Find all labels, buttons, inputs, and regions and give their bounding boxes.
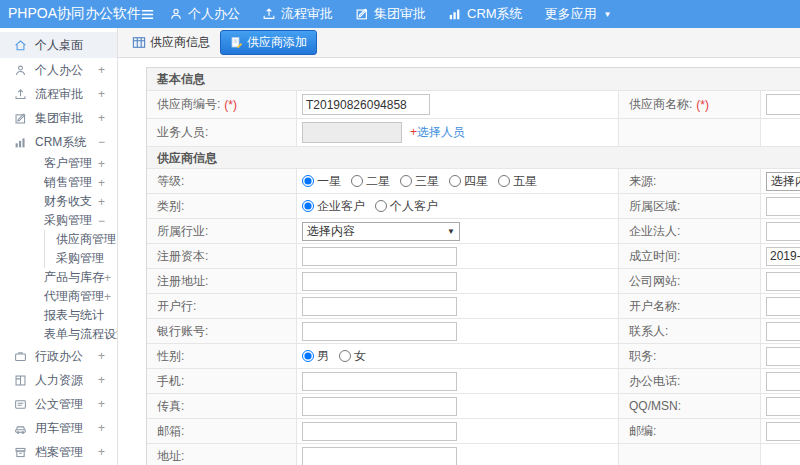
email-input[interactable] <box>302 422 457 441</box>
required-marker: (*) <box>224 98 237 112</box>
form-row: 手机: 办公电话: <box>147 368 800 393</box>
source-select[interactable]: 选择内容▼ <box>766 172 800 191</box>
level-radio[interactable] <box>400 175 412 187</box>
sidebar-item-purchase-mgmt[interactable]: 采购管理 − <box>0 211 117 230</box>
sales-staff-input[interactable] <box>302 122 402 143</box>
sidebar-item-group-approval[interactable]: 集团审批 + <box>0 106 117 130</box>
legal-person-input[interactable] <box>766 222 800 241</box>
select-staff-link[interactable]: 选择人员 <box>417 125 465 139</box>
doc-icon <box>14 398 27 411</box>
job-title-input[interactable] <box>766 347 800 366</box>
supplier-code-input[interactable] <box>302 94 430 115</box>
level-radio[interactable] <box>498 175 510 187</box>
sidebar-item-sales-mgmt[interactable]: 销售管理 + <box>0 173 117 192</box>
form-row: 注册地址: 公司网站: <box>147 268 800 293</box>
fax-input[interactable] <box>302 397 457 416</box>
sidebar-item-product-inventory[interactable]: 产品与库存 + <box>0 268 117 287</box>
industry-select[interactable]: 选择内容▼ <box>302 222 460 241</box>
level-radio[interactable] <box>351 175 363 187</box>
category-radio[interactable] <box>302 200 314 212</box>
sidebar-item-archive-mgmt[interactable]: 档案管理 + <box>0 440 117 464</box>
bank-account-input[interactable] <box>302 322 457 341</box>
topnav-group-approval[interactable]: 集团审批 <box>355 5 426 23</box>
sidebar-item-personal-office[interactable]: 个人办公 + <box>0 58 117 82</box>
account-name-input[interactable] <box>766 297 800 316</box>
sidebar-item-hr[interactable]: 人力资源 + <box>0 368 117 392</box>
tab-supplier-add[interactable]: 供应商添加 <box>220 30 317 55</box>
contact-input[interactable] <box>766 322 800 341</box>
topnav-workflow-approval[interactable]: 流程审批 <box>262 5 333 23</box>
qq-msn-input[interactable] <box>766 397 800 416</box>
gender-radio[interactable] <box>302 350 314 362</box>
tab-supplier-info[interactable]: 供应商信息 <box>132 34 210 51</box>
archive-icon <box>14 446 27 459</box>
form-row: 业务人员: +选择人员 <box>147 118 800 146</box>
fax-label: 传真: <box>147 394 297 418</box>
category-radio-group: 企业客户 个人客户 <box>297 194 619 218</box>
account-name-label: 开户名称: <box>619 294 761 318</box>
address-input[interactable] <box>302 447 457 465</box>
sidebar-item-purchase-mgmt-sub[interactable]: 采购管理 <box>0 249 117 268</box>
registered-capital-input[interactable] <box>302 247 457 266</box>
edit-icon <box>355 7 369 21</box>
chart-icon <box>14 136 27 149</box>
registered-address-input[interactable] <box>302 272 457 291</box>
home-icon <box>14 39 27 52</box>
topnav-more-apps[interactable]: 更多应用 ▼ <box>545 5 612 23</box>
sidebar-item-document-mgmt[interactable]: 公文管理 + <box>0 392 117 416</box>
legal-person-label: 企业法人: <box>619 219 761 243</box>
sidebar-item-crm-system[interactable]: CRM系统 − <box>0 130 117 154</box>
form-row: 邮箱: 邮编: <box>147 418 800 443</box>
office-phone-input[interactable] <box>766 372 800 391</box>
sidebar-item-supplier-mgmt[interactable]: 供应商管理 <box>0 230 117 249</box>
plus-sign: + <box>410 125 417 139</box>
table-icon <box>132 36 146 49</box>
mobile-input[interactable] <box>302 372 457 391</box>
section-title-supplier-info: 供应商信息 <box>147 146 800 168</box>
office-phone-label: 办公电话: <box>619 369 761 393</box>
topnav-personal-office[interactable]: 个人办公 <box>169 5 240 23</box>
industry-label: 所属行业: <box>147 219 297 243</box>
edit-icon <box>14 112 27 125</box>
supplier-form: 基本信息 供应商编号:(*) 供应商名称:(*) <box>146 67 800 465</box>
upload-icon <box>262 7 276 21</box>
topnav-crm-system[interactable]: CRM系统 <box>448 5 523 23</box>
sidebar-item-customer-mgmt[interactable]: 客户管理 + <box>0 154 117 173</box>
gender-radio[interactable] <box>339 350 351 362</box>
category-radio[interactable] <box>375 200 387 212</box>
level-radio[interactable] <box>449 175 461 187</box>
caret-down-icon: ▼ <box>604 10 612 19</box>
founded-date-input[interactable] <box>766 247 800 266</box>
founded-date-label: 成立时间: <box>619 244 761 268</box>
app-logo[interactable]: PHPOA协同办公软件 <box>0 5 130 23</box>
sidebar-item-form-workflow-settings[interactable]: 表单与流程设置 + <box>0 325 117 344</box>
sidebar-item-admin-office[interactable]: 行政办公 + <box>0 344 117 368</box>
zip-input[interactable] <box>766 422 800 441</box>
tab-bar: 供应商信息 供应商添加 <box>118 28 800 58</box>
registered-address-label: 注册地址: <box>147 269 297 293</box>
sidebar-item-agent-mgmt[interactable]: 代理商管理 + <box>0 287 117 306</box>
briefcase-icon <box>14 350 27 363</box>
topbar: PHPOA协同办公软件 个人办公 流程审批 集团审批 CRM系统 更多应用 ▼ <box>0 0 800 28</box>
sidebar-item-reports-stats[interactable]: 报表与统计 <box>0 306 117 325</box>
company-website-input[interactable] <box>766 272 800 291</box>
gender-label: 性别: <box>147 344 297 368</box>
form-row: 等级: 一星 二星 三星 四星 五星 来源: 选择内容▼ <box>147 168 800 193</box>
zip-label: 邮编: <box>619 419 761 443</box>
bank-input[interactable] <box>302 297 457 316</box>
sidebar-item-finance[interactable]: 财务收支 + <box>0 192 117 211</box>
section-title-basic-info: 基本信息 <box>147 68 800 90</box>
supplier-name-input[interactable] <box>766 94 800 115</box>
region-input[interactable] <box>766 197 800 216</box>
menu-toggle-icon[interactable] <box>140 7 155 22</box>
source-label: 来源: <box>619 169 761 193</box>
sidebar-item-vehicle-mgmt[interactable]: 用车管理 + <box>0 416 117 440</box>
level-radio[interactable] <box>302 175 314 187</box>
sidebar-item-workflow-approval[interactable]: 流程审批 + <box>0 82 117 106</box>
form-row: 性别: 男 女 职务: <box>147 343 800 368</box>
company-website-label: 公司网站: <box>619 269 761 293</box>
address-label: 地址: <box>147 444 297 465</box>
form-row: 注册资本: 成立时间: <box>147 243 800 268</box>
sales-staff-label: 业务人员: <box>147 119 297 146</box>
sidebar-item-personal-desktop[interactable]: 个人桌面 <box>0 32 117 58</box>
